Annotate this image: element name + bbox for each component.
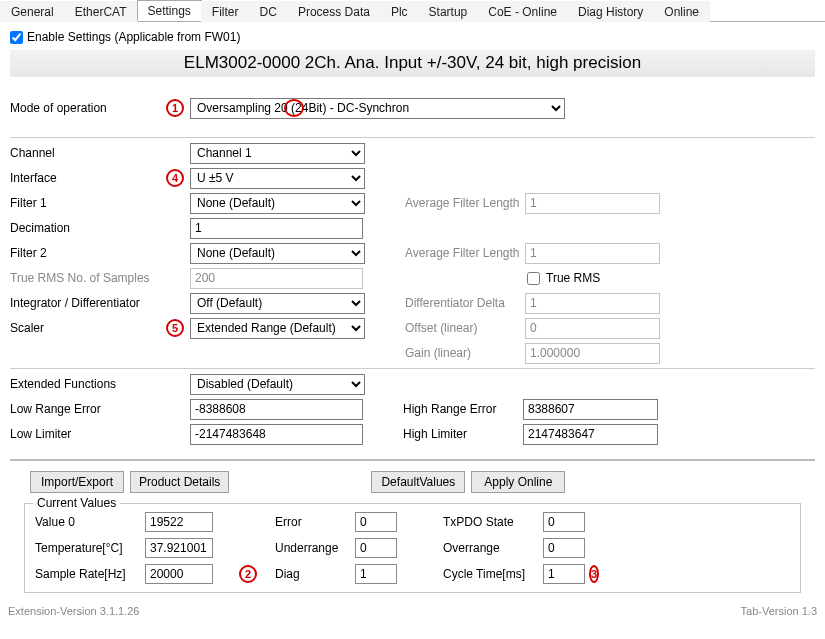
cv-underrange bbox=[355, 538, 397, 558]
cv-value0-label: Value 0 bbox=[35, 515, 145, 529]
cv-cycle-label: Cycle Time[ms] bbox=[443, 567, 543, 581]
marker-4: 4 bbox=[166, 169, 184, 187]
tab-filter[interactable]: Filter bbox=[201, 1, 250, 22]
truerms-no-input bbox=[190, 268, 363, 289]
avg1-label: Average Filter Length bbox=[405, 196, 525, 210]
avg2-input bbox=[525, 243, 660, 264]
marker-2: 2 bbox=[239, 565, 257, 583]
tab-bar: General EtherCAT Settings Filter DC Proc… bbox=[0, 0, 825, 22]
truerms-cb-label: True RMS bbox=[546, 271, 600, 285]
tab-startup[interactable]: Startup bbox=[418, 1, 479, 22]
tab-online[interactable]: Online bbox=[653, 1, 710, 22]
current-values-legend: Current Values bbox=[33, 496, 120, 510]
channel-label: Channel bbox=[10, 146, 55, 160]
marker-1: 1 bbox=[166, 99, 184, 117]
intdiff-select[interactable]: Off (Default) bbox=[190, 293, 365, 314]
tab-diag-history[interactable]: Diag History bbox=[567, 1, 654, 22]
device-banner: ELM3002-0000 2Ch. Ana. Input +/-30V, 24 … bbox=[10, 50, 815, 77]
cv-sample-label: Sample Rate[Hz] bbox=[35, 567, 145, 581]
cv-value0 bbox=[145, 512, 213, 532]
cv-diag-label: Diag bbox=[275, 567, 355, 581]
highrange-input[interactable] bbox=[523, 399, 658, 420]
tab-coe-online[interactable]: CoE - Online bbox=[477, 1, 568, 22]
cv-temp-label: Temperature[°C] bbox=[35, 541, 145, 555]
diffdelta-label: Differentiator Delta bbox=[405, 296, 525, 310]
filter2-label: Filter 2 bbox=[10, 246, 47, 260]
lowlimiter-input[interactable] bbox=[190, 424, 363, 445]
cv-cycle bbox=[543, 564, 585, 584]
filter1-label: Filter 1 bbox=[10, 196, 47, 210]
import-export-button[interactable]: Import/Export bbox=[30, 471, 124, 493]
filter1-select[interactable]: None (Default) bbox=[190, 193, 365, 214]
lowrange-label: Low Range Error bbox=[10, 402, 101, 416]
avg1-input bbox=[525, 193, 660, 214]
extfunc-label: Extended Functions bbox=[10, 377, 116, 391]
cv-txpdo bbox=[543, 512, 585, 532]
footer-left: Extension-Version 3.1.1.26 bbox=[8, 605, 139, 617]
cv-txpdo-label: TxPDO State bbox=[443, 515, 543, 529]
product-details-button[interactable]: Product Details bbox=[130, 471, 229, 493]
enable-settings-checkbox[interactable] bbox=[10, 31, 23, 44]
apply-online-button[interactable]: Apply Online bbox=[471, 471, 565, 493]
enable-settings-label: Enable Settings (Applicable from FW01) bbox=[27, 30, 240, 44]
gain-label: Gain (linear) bbox=[405, 346, 525, 360]
truerms-no-label: True RMS No. of Samples bbox=[10, 271, 150, 285]
cv-error bbox=[355, 512, 397, 532]
current-values-group: Current Values Value 0 Error TxPDO State… bbox=[24, 503, 801, 593]
offset-label: Offset (linear) bbox=[405, 321, 525, 335]
channel-select[interactable]: Channel 1 bbox=[190, 143, 365, 164]
cv-sample bbox=[145, 564, 213, 584]
filter2-select[interactable]: None (Default) bbox=[190, 243, 365, 264]
gain-input bbox=[525, 343, 660, 364]
tab-ethercat[interactable]: EtherCAT bbox=[64, 1, 138, 22]
avg2-label: Average Filter Length bbox=[405, 246, 525, 260]
lowlimiter-label: Low Limiter bbox=[10, 427, 71, 441]
tab-process-data[interactable]: Process Data bbox=[287, 1, 381, 22]
footer-right: Tab-Version 1.3 bbox=[741, 605, 817, 617]
intdiff-label: Integrator / Differentiator bbox=[10, 296, 140, 310]
cv-error-label: Error bbox=[275, 515, 355, 529]
default-values-button[interactable]: DefaultValues bbox=[371, 471, 465, 493]
marker-3: 3 bbox=[589, 565, 599, 583]
tab-general[interactable]: General bbox=[0, 1, 65, 22]
extfunc-select[interactable]: Disabled (Default) bbox=[190, 374, 365, 395]
mode-label: Mode of operation bbox=[10, 101, 107, 115]
interface-select[interactable]: U ±5 V bbox=[190, 168, 365, 189]
interface-label: Interface bbox=[10, 171, 57, 185]
tab-dc[interactable]: DC bbox=[249, 1, 288, 22]
diffdelta-input bbox=[525, 293, 660, 314]
scaler-label: Scaler bbox=[10, 321, 44, 335]
truerms-checkbox[interactable] bbox=[527, 272, 540, 285]
marker-5: 5 bbox=[166, 319, 184, 337]
decimation-label: Decimation bbox=[10, 221, 70, 235]
cv-temp bbox=[145, 538, 213, 558]
cv-diag bbox=[355, 564, 397, 584]
highlimiter-label: High Limiter bbox=[403, 427, 523, 441]
tab-plc[interactable]: Plc bbox=[380, 1, 419, 22]
scaler-select[interactable]: Extended Range (Default) bbox=[190, 318, 365, 339]
tab-settings[interactable]: Settings bbox=[137, 0, 202, 21]
highrange-label: High Range Error bbox=[403, 402, 523, 416]
cv-overrange-label: Overrange bbox=[443, 541, 543, 555]
cv-overrange bbox=[543, 538, 585, 558]
lowrange-input[interactable] bbox=[190, 399, 363, 420]
cv-underrange-label: Underrange bbox=[275, 541, 355, 555]
offset-input bbox=[525, 318, 660, 339]
highlimiter-input[interactable] bbox=[523, 424, 658, 445]
decimation-input[interactable] bbox=[190, 218, 363, 239]
mode-select[interactable]: Oversampling 20 (24Bit) - DC-Synchron bbox=[190, 98, 565, 119]
